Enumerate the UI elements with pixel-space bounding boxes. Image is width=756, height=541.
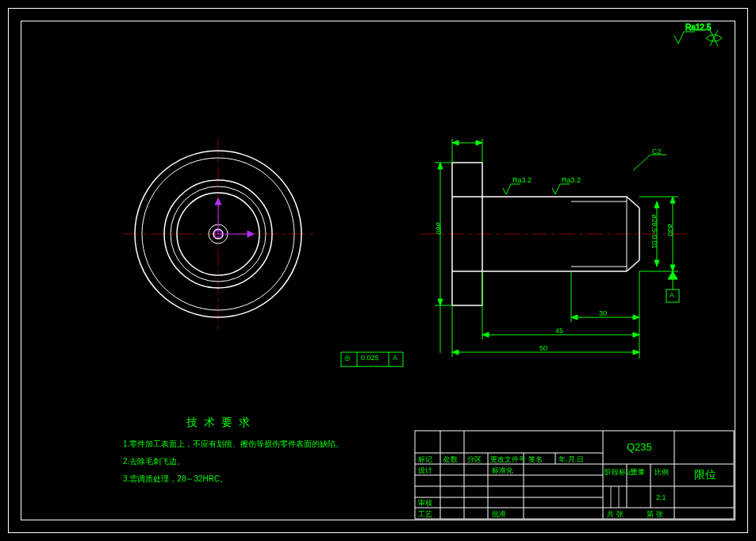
svg-marker-46 bbox=[654, 201, 659, 208]
drawing-canvas: Ra12.5 bbox=[0, 0, 756, 541]
dim-flange-dia: ø60 bbox=[435, 222, 443, 235]
roughness-general-label: Ra12.5 bbox=[685, 23, 712, 32]
notes-heading: 技术要求 bbox=[186, 416, 256, 430]
svg-marker-43 bbox=[670, 197, 675, 203]
svg-marker-51 bbox=[571, 315, 578, 320]
svg-marker-59 bbox=[452, 350, 459, 355]
svg-marker-55 bbox=[482, 332, 489, 337]
tb-mass: 重量 bbox=[631, 467, 645, 478]
tb-material: Q235 bbox=[627, 441, 652, 453]
tb-date: 年.月.日 bbox=[558, 455, 584, 465]
gdt-symbol: ◎ bbox=[344, 354, 351, 362]
gdt-datum-ref: A bbox=[393, 354, 397, 362]
dim-length-45: 45 bbox=[555, 327, 563, 335]
tb-sheet-total: 共 张 bbox=[607, 509, 624, 520]
tb-stage: 阶段标记 bbox=[604, 467, 633, 478]
roughness-shaft1: Ra3.2 bbox=[512, 176, 532, 184]
tb-standardize: 标准化 bbox=[492, 466, 513, 476]
svg-marker-44 bbox=[670, 265, 675, 271]
roughness-general-icon: Ra12.5 bbox=[674, 23, 722, 46]
dim-shaft-dia: ø30 bbox=[666, 224, 674, 236]
dimensions bbox=[435, 139, 679, 359]
svg-marker-52 bbox=[633, 315, 639, 320]
svg-marker-10 bbox=[248, 231, 254, 237]
svg-marker-64 bbox=[668, 271, 677, 279]
tb-part-name: 限位 bbox=[694, 468, 716, 482]
notes-line2: 2.去除毛刺飞边。 bbox=[123, 456, 185, 467]
svg-marker-12 bbox=[215, 198, 221, 205]
dim-length-50: 50 bbox=[539, 344, 547, 352]
svg-marker-60 bbox=[633, 350, 639, 355]
tb-ratio: 比例 bbox=[654, 467, 669, 478]
svg-marker-33 bbox=[438, 299, 443, 305]
front-view bbox=[123, 139, 313, 329]
gdt-tolerance: 0.025 bbox=[361, 354, 379, 362]
dim-length-30: 30 bbox=[599, 309, 607, 317]
notes-line3: 3.需调质处理，28～32HRC。 bbox=[123, 474, 228, 485]
tb-zone: 分区 bbox=[467, 455, 482, 465]
dim-step-dia: ø28.5-0.01 bbox=[650, 214, 658, 249]
datum-label: A bbox=[670, 291, 674, 299]
tb-sign: 签名 bbox=[528, 455, 543, 465]
tb-sheet-no: 第 张 bbox=[647, 509, 663, 520]
ucs-icon bbox=[215, 198, 254, 237]
roughness-shaft2: Ra3.2 bbox=[562, 176, 581, 184]
tb-scale: 2:1 bbox=[656, 493, 666, 501]
svg-marker-56 bbox=[633, 332, 639, 337]
svg-marker-39 bbox=[476, 140, 482, 145]
side-view bbox=[420, 163, 690, 305]
svg-marker-38 bbox=[452, 140, 459, 145]
title-block-grid bbox=[415, 431, 734, 519]
roughness-shaft2-icon bbox=[552, 184, 570, 194]
svg-line-23 bbox=[627, 197, 639, 208]
roughness-shaft1-icon bbox=[503, 184, 520, 194]
notes-line1: 1.零件加工表面上，不应有划痕、擦伤等损伤零件表面的缺陷。 bbox=[123, 439, 343, 450]
chamfer-label: C2 bbox=[652, 148, 662, 155]
tb-design: 设计 bbox=[418, 466, 432, 476]
tb-process: 工艺 bbox=[418, 509, 432, 520]
svg-line-61 bbox=[633, 155, 650, 171]
svg-marker-32 bbox=[438, 163, 443, 169]
svg-marker-47 bbox=[654, 260, 659, 267]
tb-audit: 审核 bbox=[418, 498, 432, 508]
tb-mark: 标记 bbox=[418, 455, 432, 465]
svg-line-24 bbox=[627, 260, 639, 271]
tb-approve: 批准 bbox=[492, 509, 506, 520]
tb-qty: 处数 bbox=[443, 455, 458, 465]
tb-change: 更改文件号 bbox=[490, 455, 526, 465]
